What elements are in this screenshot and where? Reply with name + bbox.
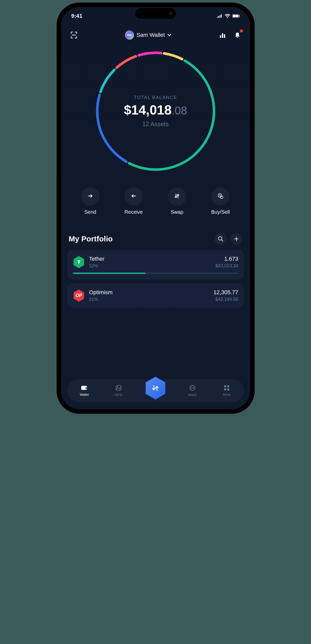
asset-bar-fill bbox=[73, 273, 146, 274]
balance-currency: $ bbox=[124, 103, 131, 117]
svg-rect-5 bbox=[233, 15, 238, 17]
web3-icon bbox=[189, 385, 196, 392]
tab-wallet[interactable]: Wallet bbox=[75, 385, 93, 397]
asset-list: ₮ Tether 32% 1.673 $43,023.34 OP Optimis… bbox=[61, 250, 250, 308]
chevron-down-icon bbox=[167, 34, 171, 36]
buysell-action[interactable]: $Buy/Sell bbox=[211, 187, 230, 215]
cellular-icon bbox=[217, 14, 223, 18]
tab-nfts[interactable]: NFTs bbox=[110, 385, 127, 397]
svg-rect-6 bbox=[239, 15, 240, 17]
svg-rect-0 bbox=[217, 17, 218, 18]
svg-rect-27 bbox=[227, 388, 229, 390]
asset-amount: 1.673 bbox=[215, 256, 238, 262]
swap-action[interactable]: Swap bbox=[168, 187, 186, 215]
tab-swap-center[interactable] bbox=[144, 377, 167, 400]
svg-text:$: $ bbox=[219, 194, 221, 197]
asset-usd: $43,023.34 bbox=[215, 263, 238, 269]
scan-icon bbox=[70, 31, 78, 39]
swap-label: Swap bbox=[171, 209, 183, 215]
asset-percent: 31% bbox=[89, 297, 209, 302]
tab-more[interactable]: More bbox=[218, 385, 236, 397]
tab-label: NFTs bbox=[115, 393, 122, 397]
stats-button[interactable] bbox=[218, 30, 228, 40]
balance-center: TOTAL BALANCE $14,018.08 12 Assets bbox=[124, 95, 187, 128]
scan-button[interactable] bbox=[69, 30, 79, 40]
action-row: SendReceiveSwap$Buy/Sell bbox=[61, 175, 250, 220]
tab-label: Wallet bbox=[80, 393, 89, 397]
asset-percent: 32% bbox=[89, 263, 211, 269]
buysell-button[interactable]: $ bbox=[211, 187, 230, 206]
tab-bar: WalletNFTsWeb3More bbox=[67, 379, 244, 402]
svg-rect-7 bbox=[220, 35, 221, 38]
svg-rect-26 bbox=[224, 388, 226, 390]
asset-card-optimism[interactable]: OP Optimism 31% 12,305.77 $42,149.56 bbox=[67, 284, 244, 308]
asset-allocation-bar bbox=[73, 273, 238, 274]
ring-segment-red bbox=[117, 56, 136, 68]
tab-label: More bbox=[223, 393, 231, 397]
avatar-initials: SW bbox=[127, 34, 132, 37]
swap-icon bbox=[151, 384, 160, 393]
app-header: SW Sam Wallet bbox=[61, 25, 250, 43]
bell-icon bbox=[234, 32, 241, 38]
asset-icon: ₮ bbox=[73, 256, 85, 268]
svg-rect-3 bbox=[221, 14, 222, 18]
asset-amount: 12,305.77 bbox=[214, 289, 238, 296]
portfolio-title: My Portfolio bbox=[69, 235, 113, 243]
ring-segment-teal bbox=[100, 70, 114, 92]
screen: 9:41 SW Sam Wallet bbox=[61, 7, 250, 409]
svg-line-16 bbox=[221, 240, 223, 241]
svg-rect-8 bbox=[222, 33, 223, 38]
portfolio-header: My Portfolio bbox=[61, 220, 250, 250]
balance-cents: .08 bbox=[172, 104, 187, 117]
send-label: Send bbox=[84, 209, 96, 215]
wallet-avatar: SW bbox=[125, 30, 134, 40]
swap-button[interactable] bbox=[168, 187, 186, 206]
status-indicators bbox=[217, 14, 240, 18]
svg-rect-24 bbox=[224, 385, 226, 387]
ring-segment-blue bbox=[97, 95, 126, 162]
tab-label: Web3 bbox=[188, 393, 197, 397]
svg-rect-25 bbox=[227, 385, 229, 387]
swap-icon bbox=[174, 193, 180, 201]
send-button[interactable] bbox=[81, 187, 100, 206]
asset-icon: OP bbox=[73, 290, 85, 302]
buysell-icon: $ bbox=[217, 193, 224, 201]
balance-label: TOTAL BALANCE bbox=[124, 95, 187, 100]
asset-name: Tether bbox=[89, 256, 211, 262]
svg-rect-1 bbox=[218, 16, 219, 18]
receive-button[interactable] bbox=[124, 187, 143, 206]
receive-label: Receive bbox=[124, 209, 143, 215]
phone-frame: 9:41 SW Sam Wallet bbox=[57, 3, 255, 414]
send-action[interactable]: Send bbox=[81, 187, 100, 215]
more-icon bbox=[224, 385, 230, 392]
notification-dot bbox=[240, 29, 243, 32]
ring-segment-yellow bbox=[164, 53, 182, 59]
svg-rect-9 bbox=[224, 34, 225, 38]
wifi-icon bbox=[225, 14, 230, 18]
asset-name: Optimism bbox=[89, 289, 209, 296]
battery-icon bbox=[232, 14, 240, 18]
receive-action[interactable]: Receive bbox=[124, 187, 143, 215]
svg-rect-20 bbox=[85, 387, 87, 389]
balance-whole: 14,018 bbox=[131, 103, 172, 117]
balance-amount: $14,018.08 bbox=[124, 102, 187, 118]
plus-icon bbox=[234, 236, 239, 242]
asset-count: 12 Assets bbox=[124, 121, 187, 128]
svg-rect-2 bbox=[220, 15, 220, 18]
balance-ring: TOTAL BALANCE $14,018.08 12 Assets bbox=[61, 48, 250, 175]
buysell-label: Buy/Sell bbox=[211, 209, 230, 215]
status-time: 9:41 bbox=[71, 13, 83, 19]
wallet-selector[interactable]: SW Sam Wallet bbox=[125, 30, 172, 40]
ring-segment-pink bbox=[139, 53, 161, 55]
receive-icon bbox=[130, 193, 137, 201]
svg-point-22 bbox=[117, 386, 118, 387]
wallet-name: Sam Wallet bbox=[137, 32, 165, 38]
add-asset-button[interactable] bbox=[230, 233, 242, 245]
search-button[interactable] bbox=[215, 233, 227, 245]
dynamic-island bbox=[135, 8, 176, 19]
asset-card-tether[interactable]: ₮ Tether 32% 1.673 $43,023.34 bbox=[67, 250, 244, 279]
notifications-button[interactable] bbox=[232, 30, 242, 40]
tab-web3[interactable]: Web3 bbox=[184, 385, 201, 397]
asset-usd: $42,149.56 bbox=[214, 297, 238, 302]
bar-chart-icon bbox=[219, 32, 226, 38]
